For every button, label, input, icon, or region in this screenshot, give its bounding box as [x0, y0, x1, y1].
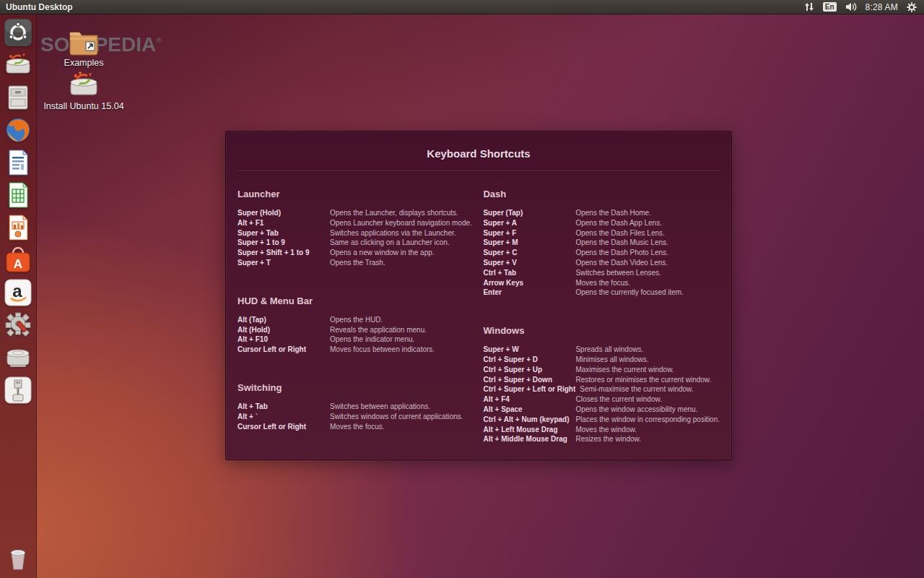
shortcut-keys: Super + Shift + 1 to 9	[237, 248, 330, 258]
keyboard-layout-label: En	[823, 2, 837, 12]
shortcut-row: Super + A Opens the Dash App Lens.	[483, 218, 720, 228]
shortcut-section: HUD & Menu Bar Alt (Tap) Opens the HUD. …	[237, 296, 476, 355]
overlay-column: Dash Super (Tap) Opens the Dash Home. Su…	[483, 189, 720, 472]
desktop-icon-examples[interactable]: Examples	[40, 26, 127, 68]
unity-launcher: Aa	[0, 14, 37, 578]
shortcut-action: Opens the Trash.	[330, 258, 385, 268]
shortcut-action: Opens the HUD.	[330, 315, 383, 325]
launcher-item-files[interactable]	[2, 82, 34, 113]
keyboard-shortcuts-overlay: Keyboard Shortcuts Launcher Super (Hold)…	[225, 131, 732, 460]
shortcut-section: Launcher Super (Hold) Opens the Launcher…	[237, 189, 476, 268]
launcher-item-libreoffice-writer[interactable]	[2, 147, 34, 178]
shortcut-action: Maximises the current window.	[575, 365, 674, 375]
shortcut-action: Opens the indicator menu.	[330, 335, 414, 345]
shortcut-section-heading: HUD & Menu Bar	[237, 296, 476, 306]
shortcut-row: Alt + Tab Switches between applications.	[237, 402, 476, 412]
top-panel: Ubuntu Desktop En 8:28 AM	[0, 0, 924, 14]
shortcut-action: Opens Launcher keyboard navigation mode.	[330, 218, 472, 228]
shortcut-row: Alt (Tap) Opens the HUD.	[237, 315, 476, 325]
launcher-item-disk-drive[interactable]	[2, 342, 34, 373]
examples-folder-icon	[67, 26, 100, 56]
shortcut-keys: Super + C	[483, 248, 575, 258]
shortcut-section: Dash Super (Tap) Opens the Dash Home. Su…	[483, 189, 720, 298]
shortcut-action: Minimises all windows.	[575, 355, 648, 365]
shortcut-action: Closes the current window.	[575, 394, 662, 405]
shortcut-row: Ctrl + Alt + Num (keypad) Places the win…	[483, 415, 720, 425]
shortcut-row: Alt + F10 Opens the indicator menu.	[237, 335, 476, 345]
libreoffice-impress-icon	[4, 213, 32, 242]
shortcut-section: Windows Super + W Spreads all windows. C…	[483, 325, 720, 444]
usb-drive-icon	[4, 376, 32, 405]
shortcut-action: Opens the Dash Files Lens.	[575, 228, 664, 238]
svg-text:a: a	[12, 281, 22, 301]
launcher-item-firefox[interactable]	[2, 115, 34, 145]
disk-drive-icon	[4, 343, 32, 372]
shortcut-row: Cursor Left or Right Moves the focus.	[237, 422, 476, 432]
shortcut-row: Super + T Opens the Trash.	[237, 258, 476, 268]
shortcut-section: Switching Alt + Tab Switches between app…	[237, 382, 476, 431]
session-gear-icon[interactable]	[902, 0, 924, 14]
shortcut-action: Moves focus between indicators.	[330, 345, 435, 355]
shortcut-section-heading: Windows	[483, 325, 720, 336]
shortcut-action: Opens the window accessibility menu.	[575, 405, 697, 415]
shortcut-keys: Alt + Space	[483, 405, 575, 415]
install-ubuntu-cd-icon	[67, 69, 100, 100]
shortcut-keys: Alt + Middle Mouse Drag	[483, 434, 575, 444]
shortcut-row: Ctrl + Super + Down Restores or minimise…	[483, 375, 720, 385]
shortcut-action: Switches windows of current applications…	[330, 412, 463, 422]
shortcut-keys: Enter	[483, 288, 575, 298]
shortcut-row: Alt + Left Mouse Drag Moves the window.	[483, 425, 720, 435]
shortcut-keys: Super + M	[483, 238, 575, 248]
launcher-item-dash-home[interactable]	[2, 17, 34, 48]
shortcut-action: Moves the window.	[575, 425, 637, 435]
launcher-item-install-ubuntu[interactable]	[2, 50, 34, 80]
desktop-icon-install-ubuntu[interactable]: Install Ubuntu 15.04	[40, 69, 127, 111]
launcher-item-software-center[interactable]: A	[2, 245, 34, 275]
launcher-item-libreoffice-impress[interactable]	[2, 212, 34, 243]
shortcut-keys: Alt + F10	[237, 335, 330, 345]
shortcut-row: Alt + F4 Closes the current window.	[483, 394, 720, 405]
shortcut-action: Opens the Launcher, displays shortcuts.	[330, 208, 458, 218]
shortcut-row: Super + F Opens the Dash Files Lens.	[483, 228, 720, 238]
shortcut-keys: Super + F	[483, 228, 575, 238]
shortcut-row: Super + Tab Switches applications via th…	[237, 228, 476, 238]
launcher-item-trash[interactable]	[2, 543, 34, 574]
shortcut-keys: Super + A	[483, 218, 575, 228]
clock[interactable]: 8:28 AM	[861, 0, 902, 14]
shortcut-keys: Super + V	[483, 258, 575, 268]
shortcut-row: Super (Tap) Opens the Dash Home.	[483, 208, 720, 218]
shortcut-keys: Alt + Left Mouse Drag	[483, 425, 575, 435]
desktop-icon-label: Examples	[64, 58, 104, 68]
shortcut-keys: Alt + F1	[237, 218, 330, 228]
svg-text:A: A	[14, 257, 22, 271]
shortcut-keys: Super (Hold)	[237, 208, 330, 218]
dash-home-icon	[4, 18, 32, 47]
shortcut-action: Restores or minimises the current window…	[575, 375, 711, 385]
overlay-title: Keyboard Shortcuts	[226, 147, 731, 160]
shortcut-keys: Super + 1 to 9	[237, 238, 330, 248]
launcher-item-usb-drive[interactable]	[2, 375, 34, 405]
shortcut-keys: Alt + Tab	[237, 402, 330, 412]
shortcut-action: Semi-maximise the current window.	[580, 384, 693, 394]
shortcut-keys: Ctrl + Super + D	[483, 355, 575, 365]
shortcut-row: Alt + Space Opens the window accessibili…	[483, 405, 720, 415]
keyboard-layout-indicator[interactable]: En	[819, 0, 841, 14]
shortcut-keys: Super (Tap)	[483, 208, 575, 218]
files-icon	[4, 83, 32, 112]
shortcut-row: Ctrl + Super + Left or Right Semi-maximi…	[483, 384, 720, 394]
launcher-item-system-settings[interactable]	[2, 310, 34, 340]
shortcut-keys: Ctrl + Alt + Num (keypad)	[483, 415, 575, 425]
volume-icon[interactable]	[841, 0, 861, 14]
launcher-item-libreoffice-calc[interactable]	[2, 180, 34, 210]
shortcut-action: Spreads all windows.	[575, 345, 643, 355]
install-ubuntu-icon	[4, 51, 32, 79]
shortcut-action: Switches between applications.	[330, 402, 430, 412]
shortcut-action: Places the window in corresponding posit…	[575, 415, 720, 425]
overlay-column: Launcher Super (Hold) Opens the Launcher…	[237, 189, 476, 472]
shortcut-action: Reveals the application menu.	[330, 325, 427, 335]
shortcut-row: Super + C Opens the Dash Photo Lens.	[483, 248, 720, 258]
shortcut-keys: Arrow Keys	[483, 278, 575, 288]
launcher-item-amazon[interactable]: a	[2, 277, 34, 308]
shortcut-row: Alt + F1 Opens Launcher keyboard navigat…	[237, 218, 476, 228]
updown-arrows-icon[interactable]	[800, 0, 819, 14]
